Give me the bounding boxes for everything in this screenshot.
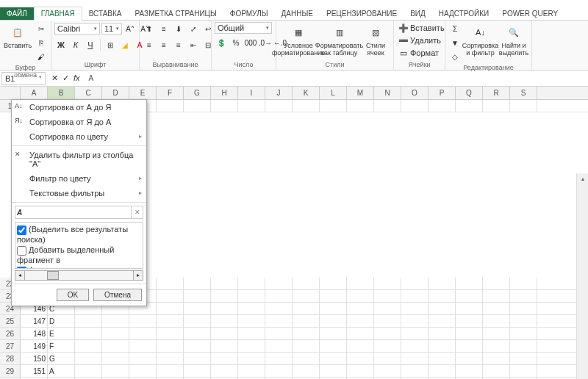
cell[interactable] [320,290,347,302]
column-header[interactable]: Q [456,87,483,99]
cell[interactable] [401,278,429,289]
column-header[interactable]: O [401,87,429,99]
cell[interactable] [129,315,157,327]
filter-search-input[interactable] [15,206,132,219]
cell[interactable] [184,290,211,302]
align-middle-icon[interactable]: ≡ [157,22,171,35]
cell[interactable] [483,290,510,302]
inc-decimal-icon[interactable]: .0→ [259,36,272,49]
cell[interactable] [374,303,401,314]
cell[interactable] [293,315,320,327]
sort-za-item[interactable]: Я↓Сортировка от Я до А [12,115,146,129]
cell[interactable] [429,365,456,377]
comma-icon[interactable]: 000 [244,36,257,49]
cell[interactable] [456,340,483,352]
column-header[interactable]: D [102,87,129,99]
column-header[interactable]: S [510,87,537,99]
cell[interactable] [157,365,184,377]
cell[interactable] [265,278,293,289]
filter-check-item[interactable]: А [17,265,141,269]
find-button[interactable]: 🔍Найти и выделить [499,22,528,59]
cell[interactable] [320,328,347,339]
cell[interactable]: F [48,340,75,352]
cell[interactable] [293,328,320,339]
tab-file[interactable]: ФАЙЛ [0,7,34,20]
cell[interactable] [211,303,238,314]
cell[interactable] [293,303,320,314]
cell[interactable] [347,353,374,364]
cell[interactable] [238,353,265,364]
cell[interactable] [265,365,293,377]
cell[interactable]: 149 [21,340,48,352]
cell[interactable] [320,315,347,327]
select-all-corner[interactable] [0,87,21,99]
format-cells-button[interactable]: ▭Формат [397,47,446,59]
cell[interactable] [157,100,184,112]
cell[interactable] [102,328,129,339]
indent-dec-icon[interactable]: ⇤ [187,38,200,51]
cell[interactable] [483,315,510,327]
cell[interactable] [347,328,374,339]
align-left-icon[interactable]: ≡ [143,38,156,51]
cell[interactable] [211,340,238,352]
column-header[interactable]: L [320,87,347,99]
row-header[interactable]: 27 [0,340,21,352]
column-header[interactable]: R [483,87,510,99]
cell[interactable] [320,278,347,289]
column-header[interactable]: I [238,87,265,99]
cell[interactable] [75,340,102,352]
cell[interactable] [483,340,510,352]
cell[interactable] [510,290,537,302]
cell[interactable] [510,365,537,377]
cell[interactable] [265,328,293,339]
fill-color-icon[interactable]: ◢ [118,38,132,51]
column-header[interactable]: K [293,87,320,99]
cell[interactable] [265,303,293,314]
cell[interactable] [293,340,320,352]
cell[interactable] [129,353,157,364]
cell[interactable] [510,340,537,352]
cell[interactable] [347,303,374,314]
grow-font-icon[interactable]: A˄ [123,22,137,35]
copy-icon[interactable]: ⎘ [35,36,48,49]
border-icon[interactable]: ⊞ [104,38,117,51]
cell[interactable] [184,278,211,289]
cell[interactable] [374,100,401,112]
cell[interactable] [211,315,238,327]
cell[interactable] [102,365,129,377]
cell[interactable] [429,340,456,352]
cell[interactable] [184,315,211,327]
cell[interactable] [238,315,265,327]
cell[interactable] [265,340,293,352]
cell[interactable] [483,100,510,112]
cell[interactable] [320,100,347,112]
tab-insert[interactable]: ВСТАВКА [82,7,129,20]
cell[interactable]: A [48,365,75,377]
cell[interactable] [347,365,374,377]
cell[interactable] [374,353,401,364]
delete-cells-button[interactable]: ➖Удалить [397,35,446,46]
cell[interactable] [510,328,537,339]
cell[interactable] [320,340,347,352]
cell[interactable]: 147 [21,315,48,327]
cell[interactable] [483,278,510,289]
cell[interactable] [374,340,401,352]
cell[interactable] [401,340,429,352]
cell[interactable] [429,315,456,327]
underline-icon[interactable]: Ч [84,38,97,51]
cell[interactable] [401,353,429,364]
vertical-scrollbar[interactable]: ▴ [576,173,588,379]
cell[interactable] [401,100,429,112]
percent-icon[interactable]: % [229,36,243,49]
cell[interactable] [456,315,483,327]
cell[interactable] [401,290,429,302]
cell[interactable] [429,303,456,314]
cell[interactable] [401,365,429,377]
cell[interactable] [320,303,347,314]
cell[interactable] [483,328,510,339]
row-header[interactable]: 25 [0,315,21,327]
cell[interactable] [429,278,456,289]
cell[interactable] [157,303,184,314]
insert-cells-button[interactable]: ➕Вставить [397,22,446,34]
cell[interactable] [238,340,265,352]
